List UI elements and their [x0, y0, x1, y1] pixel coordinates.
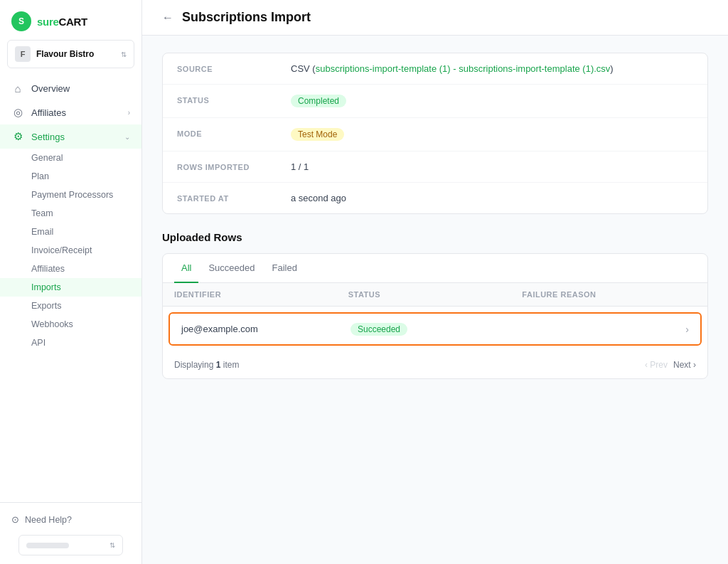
page-title: Subscriptions Import — [182, 10, 311, 25]
displaying-text: Displaying — [174, 360, 216, 370]
pagination-info: Displaying 1 item — [174, 360, 239, 370]
tab-all[interactable]: All — [174, 254, 198, 283]
sidebar-item-team[interactable]: Team — [0, 204, 141, 223]
sidebar-item-email[interactable]: Email — [0, 223, 141, 241]
row-identifier: joe@example.com — [181, 324, 350, 334]
mode-badge: Test Mode — [291, 128, 344, 141]
rows-imported-value: 1 / 1 — [291, 161, 693, 172]
col-identifier: IDENTIFIER — [174, 290, 348, 299]
sidebar-item-affiliates[interactable]: ◎ Affiliates › — [0, 100, 141, 124]
sidebar-item-general[interactable]: General — [0, 149, 141, 167]
sidebar-item-label: Affiliates — [31, 107, 66, 118]
back-button[interactable]: ← — [162, 11, 173, 24]
status-badge: Completed — [291, 95, 346, 107]
sidebar-bottom: ⊙ Need Help? ⇅ — [0, 502, 141, 564]
store-name: Flavour Bistro — [36, 49, 94, 59]
prev-button[interactable]: ‹ Prev — [645, 360, 668, 370]
sidebar-item-overview[interactable]: ⌂ Overview — [0, 77, 141, 100]
tab-failed[interactable]: Failed — [265, 254, 304, 283]
uploaded-rows-title: Uploaded Rows — [162, 231, 708, 243]
table-header: IDENTIFIER STATUS FAILURE REASON — [163, 283, 707, 307]
status-label: STATUS — [177, 95, 277, 105]
col-status: STATUS — [348, 290, 523, 299]
chevron-down-icon: ⌄ — [124, 133, 130, 141]
item-text: item — [220, 360, 239, 370]
uploaded-rows-card: All Succeeded Failed IDENTIFIER STATUS F… — [162, 253, 708, 379]
sidebar-item-api[interactable]: API — [0, 334, 141, 352]
page-header: ← Subscriptions Import — [142, 0, 728, 36]
mode-label: MODE — [177, 128, 277, 138]
started-at-value: a second ago — [291, 193, 693, 203]
pagination: Displaying 1 item ‹ Prev Next › — [163, 351, 707, 378]
sidebar-item-plan[interactable]: Plan — [0, 167, 141, 186]
sidebar-item-imports[interactable]: Imports — [0, 278, 141, 297]
source-link[interactable]: subscriptions-import-template (1) - subs… — [316, 63, 611, 74]
chevron-right-icon: › — [128, 109, 130, 117]
started-at-row: STARTED AT a second ago — [163, 183, 707, 213]
mode-row: MODE Test Mode — [163, 118, 707, 151]
next-button[interactable]: Next › — [673, 360, 696, 370]
status-row: STATUS Completed — [163, 85, 707, 118]
tab-succeeded[interactable]: Succeeded — [201, 254, 262, 283]
store-selector[interactable]: F Flavour Bistro ⇅ — [7, 40, 134, 68]
mode-value: Test Mode — [291, 128, 693, 141]
pagination-links: ‹ Prev Next › — [645, 360, 696, 370]
sidebar-item-exports[interactable]: Exports — [0, 297, 141, 315]
rows-imported-row: ROWS IMPORTED 1 / 1 — [163, 151, 707, 183]
source-value: CSV (subscriptions-import-template (1) -… — [291, 63, 693, 74]
help-icon: ⊙ — [11, 514, 19, 525]
row-status: Succeeded — [350, 322, 520, 336]
rows-imported-label: ROWS IMPORTED — [177, 161, 277, 171]
need-help-link[interactable]: ⊙ Need Help? — [11, 511, 130, 528]
source-row: SOURCE CSV (subscriptions-import-templat… — [163, 53, 707, 85]
store-bottom-bar — [26, 543, 69, 548]
row-status-badge: Succeeded — [350, 323, 407, 336]
nav-section: ⌂ Overview ◎ Affiliates › ⚙ Settings ⌄ G… — [0, 74, 141, 502]
logo-icon: S — [11, 11, 31, 31]
sidebar-item-webhooks[interactable]: Webhooks — [0, 315, 141, 334]
row-chevron-icon: › — [520, 324, 689, 335]
table-row[interactable]: joe@example.com Succeeded › — [168, 312, 702, 346]
sidebar-item-label: Overview — [31, 83, 70, 94]
logo-text: sureCART — [37, 16, 87, 28]
main-content: ← Subscriptions Import SOURCE CSV (subsc… — [142, 0, 728, 564]
overview-icon: ⌂ — [11, 83, 24, 95]
store-avatar: F — [15, 46, 31, 62]
started-at-label: STARTED AT — [177, 193, 277, 203]
logo: S sureCART — [0, 0, 141, 40]
col-failure-reason: FAILURE REASON — [522, 290, 696, 299]
need-help-label: Need Help? — [25, 515, 72, 525]
status-value: Completed — [291, 95, 693, 107]
chevron-updown-icon-bottom: ⇅ — [109, 541, 115, 549]
sidebar-item-invoice-receipt[interactable]: Invoice/Receipt — [0, 241, 141, 260]
content-area: SOURCE CSV (subscriptions-import-templat… — [142, 36, 728, 396]
source-label: SOURCE — [177, 63, 277, 73]
sidebar-item-settings[interactable]: ⚙ Settings ⌄ — [0, 124, 141, 149]
store-bottom-selector[interactable]: ⇅ — [18, 535, 123, 555]
import-details-card: SOURCE CSV (subscriptions-import-templat… — [162, 53, 708, 214]
sidebar-item-payment-processors[interactable]: Payment Processors — [0, 186, 141, 204]
chevron-updown-icon: ⇅ — [121, 50, 127, 58]
affiliates-icon: ◎ — [11, 106, 24, 119]
sidebar-item-affiliates-sub[interactable]: Affiliates — [0, 260, 141, 278]
sidebar: S sureCART F Flavour Bistro ⇅ ⌂ Overview… — [0, 0, 142, 564]
sidebar-item-label: Settings — [31, 132, 65, 142]
settings-icon: ⚙ — [11, 130, 24, 143]
tabs-bar: All Succeeded Failed — [163, 254, 707, 283]
